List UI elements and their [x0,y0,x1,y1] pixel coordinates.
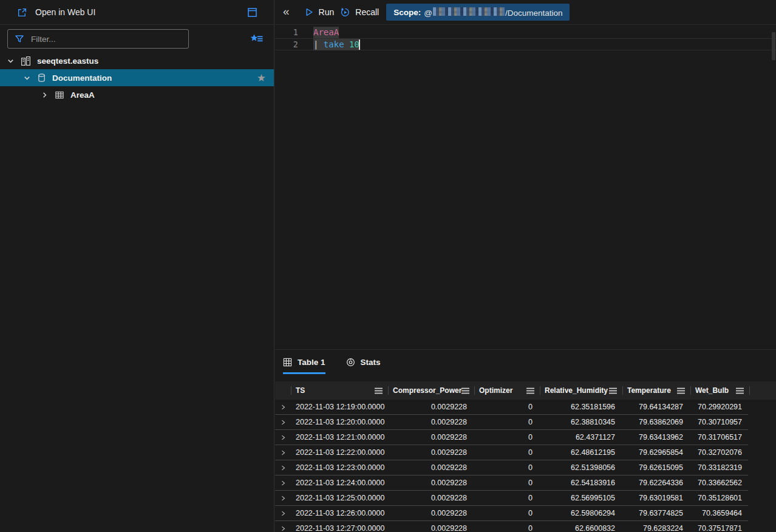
cell-temperature: 79.63774825 [622,509,690,517]
cell-wet_bulb: 70.33662562 [690,479,749,487]
column-menu-icon[interactable] [677,387,685,394]
star-icon[interactable]: ★ [257,73,266,83]
run-label: Run [319,7,335,17]
table-row[interactable]: 2022-11-03 12:26:00.00000.0029228062.598… [275,506,748,521]
chevron-down-icon[interactable] [22,73,32,83]
table-row[interactable]: 2022-11-03 12:20:00.00000.0029228062.388… [275,415,748,430]
chevron-right-icon[interactable] [40,90,49,100]
cell-wet_bulb: 70.33182319 [690,463,749,472]
table-row[interactable]: 2022-11-03 12:24:00.00000.0029228062.541… [275,476,748,491]
cell-compressor_power: 0.0029228 [388,494,474,502]
cell-wet_bulb: 70.31706517 [690,433,749,442]
query-toolbar: « Run Recall Scope: @/Documentation [275,0,776,25]
column-header-label: Optimizer [479,386,512,395]
cell-ts: 2022-11-03 12:26:00.0000 [291,509,388,517]
column-header-compressor_power[interactable]: Compressor_Power [388,381,474,400]
tree-item-seeqtest-eastus[interactable]: seeqtest.eastus [0,52,274,69]
row-expander-icon[interactable] [275,419,291,426]
table-row[interactable]: 2022-11-03 12:25:00.00000.0029228062.569… [275,491,748,506]
column-header-optimizer[interactable]: Optimizer [474,381,540,400]
sidebar-title[interactable]: Open in Web UI [35,7,95,17]
table-row[interactable]: 2022-11-03 12:27:00.00000.0029228062.660… [275,521,748,532]
scope-value: @/Documentation [424,7,562,18]
editor-lines: 1AreaA2| take 10 [275,26,776,50]
table-row[interactable]: 2022-11-03 12:23:00.00000.0029228062.513… [275,460,748,476]
cell-relative_humidity: 62.6600832 [540,524,622,532]
tree-item-documentation[interactable]: Documentation★ [0,69,274,86]
layout-panel-icon[interactable] [247,7,258,18]
code-token: AreaA [313,27,339,38]
column-header-ts[interactable]: TS [291,381,388,400]
code-token: | [313,39,324,50]
row-expander-icon[interactable] [275,449,291,456]
tab-label: Table 1 [298,358,325,367]
cell-temperature: 79.64134287 [622,403,690,411]
code-line-1[interactable]: 1AreaA [275,26,776,38]
gauge-icon [346,358,355,367]
cell-ts: 2022-11-03 12:27:00.0000 [291,524,388,532]
cell-relative_humidity: 62.54183916 [540,479,622,487]
favorites-filter-icon[interactable] [250,33,264,44]
cell-wet_bulb: 70.37517871 [690,524,749,532]
filter-input[interactable]: Filter... [7,29,189,49]
cell-wet_bulb: 70.35128601 [690,494,749,502]
cell-relative_humidity: 62.56995105 [540,494,622,502]
row-expander-icon[interactable] [275,434,291,441]
table-row[interactable]: 2022-11-03 12:21:00.00000.0029228062.437… [275,430,748,445]
row-expander-icon[interactable] [275,525,291,532]
row-expander-icon[interactable] [275,510,291,517]
cell-optimizer: 0 [474,494,540,502]
filter-row: Filter... [0,25,274,49]
table-row[interactable]: 2022-11-03 12:22:00.00000.0029228062.486… [275,445,748,460]
table-row[interactable]: 2022-11-03 12:19:00.00000.0029228062.351… [275,400,748,415]
cell-relative_humidity: 62.4371127 [540,433,622,442]
row-expander-icon[interactable] [275,404,291,411]
tab-stats[interactable]: Stats [346,358,381,374]
cell-optimizer: 0 [474,524,540,532]
cell-optimizer: 0 [474,463,540,472]
column-menu-icon[interactable] [609,387,617,394]
column-header-label: TS [296,386,305,395]
row-expander-icon[interactable] [275,480,291,486]
cell-temperature: 79.62615095 [622,463,690,472]
column-header-wet_bulb[interactable]: Wet_Bulb [690,381,749,400]
cell-compressor_power: 0.0029228 [388,433,474,442]
cell-compressor_power: 0.0029228 [388,479,474,487]
open-external-icon[interactable] [17,7,27,18]
cell-relative_humidity: 62.59806294 [540,509,622,517]
recall-button[interactable]: Recall [340,7,379,18]
code-line-2[interactable]: 2| take 10 [275,38,776,50]
cell-optimizer: 0 [474,509,540,517]
column-header-label: Relative_Humidity [545,386,608,395]
column-menu-icon[interactable] [461,387,469,394]
column-header-relative_humidity[interactable]: Relative_Humidity [540,381,622,400]
column-header-temperature[interactable]: Temperature [622,381,690,400]
cell-ts: 2022-11-03 12:25:00.0000 [291,494,388,502]
results-grid-rows: 2022-11-03 12:19:00.00000.0029228062.351… [275,400,776,532]
row-expander-icon[interactable] [275,465,291,471]
collapse-left-icon[interactable]: « [275,5,298,19]
row-expander-icon[interactable] [275,495,291,502]
cell-compressor_power: 0.0029228 [388,403,474,411]
tab-table-1[interactable]: Table 1 [283,358,325,374]
query-editor[interactable]: 1AreaA2| take 10 [275,25,776,349]
run-button[interactable]: Run [304,7,335,17]
cell-compressor_power: 0.0029228 [388,524,474,532]
tree-item-areaa[interactable]: AreaA [0,86,274,103]
connection-tree: seeqtest.eastusDocumentation★AreaA [0,52,274,103]
text-cursor [359,39,360,50]
column-menu-icon[interactable] [526,387,534,394]
column-menu-icon[interactable] [375,387,383,394]
cell-ts: 2022-11-03 12:22:00.0000 [291,448,388,457]
cell-wet_bulb: 70.29920291 [690,403,749,411]
column-menu-icon[interactable] [736,387,744,394]
results-panel: Table 1Stats TSCompressor_PowerOptimizer… [275,349,776,532]
line-number: 1 [275,27,298,38]
cell-wet_bulb: 70.32702076 [690,448,749,457]
scope-selector[interactable]: Scope: @/Documentation [386,4,570,21]
table-icon [55,90,64,100]
editor-scrollbar[interactable] [772,32,775,60]
chevron-down-icon[interactable] [6,56,15,66]
cell-relative_humidity: 62.38810345 [540,418,622,426]
recall-label: Recall [355,7,379,17]
